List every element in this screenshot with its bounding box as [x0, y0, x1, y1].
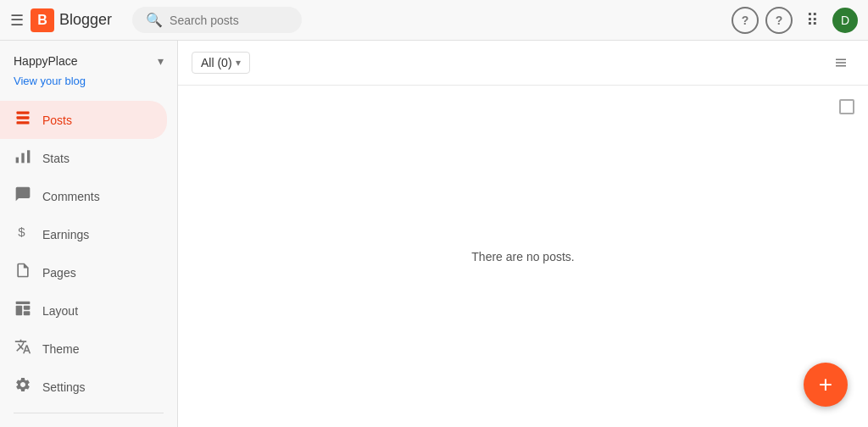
sidebar-label-earnings: Earnings [42, 228, 89, 241]
sidebar-label-comments: Comments [42, 190, 100, 203]
help-circle-icon[interactable]: ? [765, 7, 793, 34]
posts-icon [14, 109, 32, 130]
sidebar-item-stats[interactable]: Stats [0, 139, 167, 177]
svg-rect-9 [24, 306, 31, 310]
svg-text:$: $ [18, 225, 25, 239]
sidebar-item-posts[interactable]: Posts [0, 101, 167, 139]
main-body: There are no posts. [178, 86, 868, 427]
blog-name: HappyPlace [14, 54, 154, 68]
svg-rect-10 [24, 311, 31, 315]
sidebar-item-layout[interactable]: Layout [0, 291, 167, 330]
body-area: HappyPlace ▾ View your blog Posts Stats [0, 41, 868, 427]
sidebar-item-earnings[interactable]: $ Earnings [0, 215, 167, 253]
search-input[interactable] [170, 14, 288, 27]
theme-icon [14, 338, 32, 359]
search-icon: 🔍 [146, 12, 163, 28]
apps-icon[interactable]: ⠿ [806, 10, 819, 30]
blog-selector[interactable]: HappyPlace ▾ [0, 51, 177, 75]
svg-rect-1 [17, 116, 30, 119]
top-nav: ☰ B Blogger 🔍 ? ? ⠿ D [0, 0, 868, 41]
main-toolbar: All (0) ▾ [178, 41, 868, 86]
no-posts-text: There are no posts. [471, 250, 574, 263]
view-blog-link[interactable]: View your blog [0, 75, 177, 101]
sidebar-label-stats: Stats [42, 152, 70, 165]
sidebar-label-layout: Layout [42, 304, 78, 318]
comments-icon [14, 186, 32, 207]
filter-arrow-icon: ▾ [236, 57, 241, 69]
svg-rect-2 [17, 121, 30, 124]
select-all-checkbox[interactable] [839, 99, 854, 114]
sidebar-item-pages[interactable]: Pages [0, 253, 167, 291]
blogger-logo-icon: B [31, 8, 54, 32]
svg-rect-0 [17, 112, 30, 114]
sidebar-label-posts: Posts [42, 114, 72, 127]
sidebar-item-theme[interactable]: Theme [0, 330, 167, 368]
nav-right: ? ⠿ D [765, 7, 858, 34]
stats-icon [14, 147, 32, 169]
filter-label: All (0) [201, 56, 232, 69]
svg-rect-3 [16, 158, 19, 164]
svg-rect-7 [16, 302, 31, 304]
checkbox-area [839, 99, 854, 114]
view-toggle-button[interactable] [827, 49, 854, 76]
blog-dropdown-arrow[interactable]: ▾ [158, 54, 164, 68]
main-content: All (0) ▾ There are no posts. + [178, 41, 868, 427]
sidebar-label-pages: Pages [42, 266, 76, 280]
blogger-logo-text: Blogger [59, 11, 112, 29]
new-post-fab[interactable]: + [804, 363, 848, 407]
sidebar-label-settings: Settings [42, 380, 86, 394]
sidebar-item-comments[interactable]: Comments [0, 177, 167, 215]
sidebar-item-settings[interactable]: Settings [0, 368, 167, 406]
svg-rect-5 [27, 150, 30, 163]
sidebar: HappyPlace ▾ View your blog Posts Stats [0, 41, 178, 427]
filter-dropdown[interactable]: All (0) ▾ [192, 52, 250, 74]
avatar[interactable]: D [832, 8, 858, 33]
svg-rect-4 [21, 153, 24, 164]
sidebar-nav: Posts Stats Comments $ E [0, 101, 177, 427]
menu-icon[interactable]: ☰ [10, 11, 24, 30]
help-icon[interactable]: ? [732, 7, 759, 34]
blogger-logo: B Blogger [31, 8, 112, 32]
search-bar[interactable]: 🔍 [132, 7, 302, 33]
help-label: ? [742, 14, 749, 27]
sidebar-label-theme: Theme [42, 342, 80, 356]
settings-icon [14, 376, 32, 397]
nav-left: ☰ B Blogger [10, 8, 112, 32]
earnings-icon: $ [14, 224, 32, 245]
sidebar-item-reading-list[interactable]: Reading List [0, 420, 167, 427]
pages-icon [14, 262, 32, 283]
svg-rect-8 [16, 306, 23, 316]
sidebar-divider [14, 413, 164, 413]
layout-icon [14, 300, 32, 321]
